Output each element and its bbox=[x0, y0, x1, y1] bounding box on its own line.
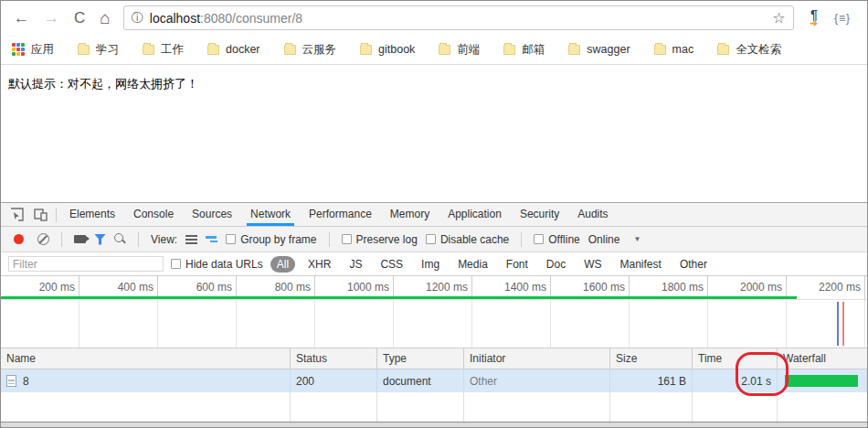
forward-icon[interactable]: → bbox=[44, 10, 59, 26]
cell-waterfall bbox=[778, 369, 867, 392]
group-by-frame-option[interactable]: Group by frame bbox=[226, 233, 316, 246]
bookmark-label: docker bbox=[226, 43, 260, 56]
search-icon[interactable] bbox=[114, 233, 126, 245]
capture-screenshots-icon[interactable] bbox=[74, 235, 86, 243]
refresh-icon[interactable]: C bbox=[74, 10, 85, 26]
bookmark-folder-xuexi[interactable]: 学习 bbox=[78, 42, 119, 58]
column-header-time[interactable]: Time bbox=[693, 348, 778, 369]
cell-name[interactable]: 8 bbox=[1, 369, 291, 392]
filter-type-js[interactable]: JS bbox=[344, 256, 367, 273]
folder-icon bbox=[143, 45, 154, 55]
bookmark-folder-gitbook[interactable]: gitbook bbox=[360, 43, 415, 56]
filter-type-doc[interactable]: Doc bbox=[541, 256, 571, 273]
waterfall-view-icon[interactable] bbox=[206, 236, 217, 242]
filter-type-manifest[interactable]: Manifest bbox=[615, 256, 667, 273]
filter-icon[interactable] bbox=[94, 234, 106, 245]
list-view-icon[interactable] bbox=[185, 235, 197, 244]
table-row[interactable]: 8 200 document Other 161 B 2.01 s bbox=[1, 369, 867, 392]
disable-cache-option[interactable]: Disable cache bbox=[426, 233, 509, 246]
filter-type-img[interactable]: Img bbox=[416, 256, 445, 273]
folder-icon bbox=[207, 45, 219, 55]
divider bbox=[61, 232, 62, 247]
document-icon bbox=[6, 375, 16, 387]
bookmark-label: 应用 bbox=[31, 42, 54, 58]
filter-type-xhr[interactable]: XHR bbox=[302, 256, 336, 273]
clear-icon[interactable] bbox=[37, 233, 49, 245]
browser-toolbar: ← → C ⌂ ⓘ localhost:8080/consumer/8 ☆ ¶ … bbox=[1, 1, 867, 35]
bookmark-label: mac bbox=[672, 43, 694, 56]
filter-type-font[interactable]: Font bbox=[501, 256, 534, 273]
hide-data-urls-option[interactable]: Hide data URLs bbox=[171, 258, 263, 271]
cell-initiator[interactable]: Other bbox=[464, 369, 610, 392]
device-toolbar-icon[interactable] bbox=[28, 204, 52, 226]
column-header-name[interactable]: Name bbox=[1, 348, 291, 369]
cell-time: 2.01 s bbox=[693, 369, 778, 392]
requests-table-header: Name Status Type Initiator Size Time Wat… bbox=[1, 348, 867, 369]
bookmark-folder-swagger[interactable]: swagger bbox=[568, 43, 630, 56]
inspect-element-icon[interactable] bbox=[5, 204, 28, 226]
apps-grid-icon bbox=[12, 43, 25, 56]
disable-cache-checkbox[interactable] bbox=[426, 234, 436, 244]
tab-application[interactable]: Application bbox=[439, 203, 511, 226]
filter-type-other[interactable]: Other bbox=[674, 256, 713, 273]
record-button[interactable] bbox=[14, 234, 24, 244]
back-icon[interactable]: ← bbox=[14, 10, 29, 26]
bookmark-folder-docker[interactable]: docker bbox=[207, 43, 260, 56]
bookmark-folder-mac[interactable]: mac bbox=[654, 43, 694, 56]
timeline-ruler[interactable]: 200 ms 400 ms 600 ms 800 ms 1000 ms 1200… bbox=[1, 276, 867, 300]
column-header-waterfall[interactable]: Waterfall bbox=[778, 348, 867, 369]
throttling-dropdown[interactable]: Online ▼ bbox=[588, 233, 641, 246]
network-toolbar: View: Group by frame Preserve log Disabl… bbox=[1, 227, 867, 252]
tab-sources[interactable]: Sources bbox=[183, 203, 241, 226]
url-path: :8080/consumer/8 bbox=[200, 11, 302, 26]
page-info-icon[interactable]: ⓘ bbox=[132, 10, 143, 27]
offline-option[interactable]: Offline bbox=[534, 233, 579, 246]
tab-console[interactable]: Console bbox=[124, 203, 183, 226]
cell-status: 200 bbox=[291, 369, 377, 392]
tab-elements[interactable]: Elements bbox=[60, 203, 124, 226]
bookmark-folder-qianduan[interactable]: 前端 bbox=[439, 42, 480, 58]
disable-cache-label: Disable cache bbox=[440, 233, 509, 246]
column-header-initiator[interactable]: Initiator bbox=[464, 348, 610, 369]
bookmark-label: gitbook bbox=[378, 43, 415, 56]
network-overview-band[interactable] bbox=[1, 300, 867, 348]
column-header-type[interactable]: Type bbox=[377, 348, 464, 369]
url-text: localhost:8080/consumer/8 bbox=[150, 11, 302, 26]
group-by-frame-checkbox[interactable] bbox=[226, 234, 236, 244]
bookmark-apps[interactable]: 应用 bbox=[12, 42, 54, 58]
extensions-area: ¶ ➔ {≡} bbox=[803, 8, 858, 28]
tab-performance[interactable]: Performance bbox=[300, 203, 381, 226]
divider bbox=[138, 232, 139, 247]
column-header-status[interactable]: Status bbox=[291, 348, 377, 369]
column-header-size[interactable]: Size bbox=[610, 348, 693, 369]
devtools-panel: Elements Console Sources Network Perform… bbox=[1, 202, 867, 422]
folder-icon bbox=[439, 45, 450, 55]
folder-icon bbox=[360, 45, 372, 55]
tab-audits[interactable]: Audits bbox=[568, 203, 617, 226]
tab-security[interactable]: Security bbox=[511, 203, 568, 226]
home-icon[interactable]: ⌂ bbox=[100, 9, 110, 27]
offline-checkbox[interactable] bbox=[534, 234, 544, 244]
pilcrow-extension-icon[interactable]: ¶ ➔ bbox=[810, 8, 818, 28]
filter-type-all[interactable]: All bbox=[270, 256, 295, 273]
tab-memory[interactable]: Memory bbox=[381, 203, 439, 226]
filter-type-ws[interactable]: WS bbox=[578, 256, 607, 273]
tab-network[interactable]: Network bbox=[241, 203, 300, 226]
bookmark-folder-yunfuwu[interactable]: 云服务 bbox=[284, 42, 337, 58]
ruler-tick: 2200 ms bbox=[787, 276, 865, 299]
preserve-log-option[interactable]: Preserve log bbox=[342, 233, 418, 246]
bookmark-folder-youxiang[interactable]: 邮箱 bbox=[503, 42, 545, 58]
bookmark-folder-quanwenjiansuo[interactable]: 全文检索 bbox=[717, 42, 781, 58]
preserve-log-checkbox[interactable] bbox=[342, 234, 352, 244]
json-viewer-extension-icon[interactable]: {≡} bbox=[834, 12, 851, 25]
filter-input[interactable] bbox=[8, 256, 164, 272]
folder-icon bbox=[78, 45, 90, 55]
address-bar[interactable]: ⓘ localhost:8080/consumer/8 ☆ bbox=[123, 5, 794, 30]
bookmark-star-icon[interactable]: ☆ bbox=[772, 9, 785, 27]
cell-type: document bbox=[377, 369, 464, 392]
filter-type-css[interactable]: CSS bbox=[375, 256, 408, 273]
devtools-tabbar: Elements Console Sources Network Perform… bbox=[1, 203, 867, 227]
filter-type-media[interactable]: Media bbox=[452, 256, 493, 273]
hide-data-urls-checkbox[interactable] bbox=[171, 259, 181, 269]
bookmark-folder-gongzuo[interactable]: 工作 bbox=[143, 42, 184, 58]
